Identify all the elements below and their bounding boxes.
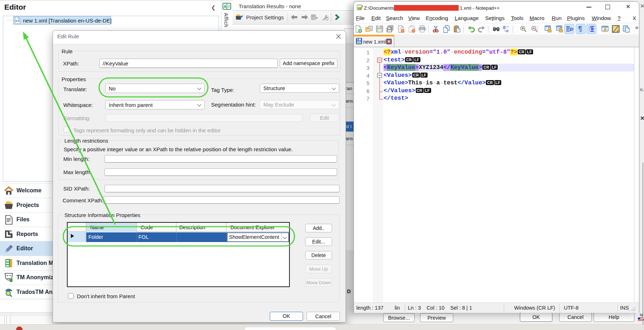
svg-text:b: b [503, 25, 506, 30]
svg-text:<>: <> [15, 19, 20, 23]
svg-text:a: a [506, 28, 508, 33]
svg-text:A: A [224, 4, 226, 9]
